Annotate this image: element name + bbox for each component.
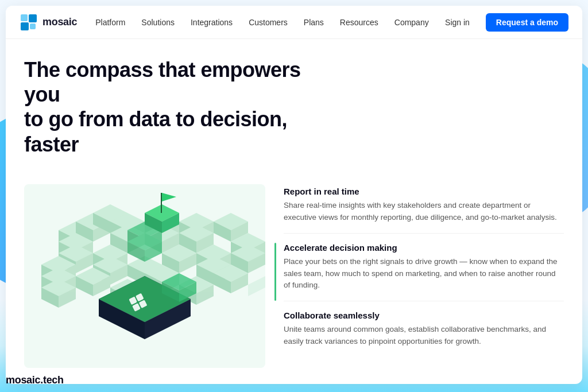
logo-text: mosaic bbox=[42, 16, 77, 28]
features-list: Report in real time Share real-time insi… bbox=[284, 184, 564, 368]
feature-collaborate-title: Collaborate seamlessly bbox=[284, 311, 564, 320]
hero-illustration bbox=[24, 184, 265, 368]
feature-report-title: Report in real time bbox=[284, 187, 564, 196]
svg-rect-2 bbox=[21, 22, 29, 30]
feature-report: Report in real time Share real-time insi… bbox=[284, 184, 564, 234]
feature-report-desc: Share real-time insights with key stakeh… bbox=[284, 200, 564, 224]
main-card: mosaic Platform Solutions Integrations C… bbox=[6, 6, 582, 384]
nav-solutions[interactable]: Solutions bbox=[141, 18, 175, 27]
feature-accelerate: Accelerate decision making Place your be… bbox=[284, 234, 564, 302]
content-area: Report in real time Share real-time insi… bbox=[6, 184, 582, 384]
hero-title: The compass that empowers you to go from… bbox=[24, 57, 323, 157]
svg-rect-3 bbox=[30, 24, 36, 29]
hero-section: The compass that empowers you to go from… bbox=[6, 39, 582, 184]
feature-accelerate-desc: Place your bets on the right signals to … bbox=[284, 256, 564, 292]
nav-plans[interactable]: Plans bbox=[304, 18, 324, 27]
nav-customers[interactable]: Customers bbox=[249, 18, 288, 27]
svg-rect-1 bbox=[29, 14, 37, 22]
maze-svg bbox=[24, 184, 265, 368]
nav-links: Platform Solutions Integrations Customer… bbox=[95, 18, 438, 27]
feature-collaborate-desc: Unite teams around common goals, establi… bbox=[284, 324, 564, 348]
navbar: mosaic Platform Solutions Integrations C… bbox=[6, 6, 582, 39]
logo[interactable]: mosaic bbox=[20, 13, 77, 32]
hero-title-line1: The compass that empowers you bbox=[24, 58, 301, 106]
svg-rect-99 bbox=[161, 193, 162, 213]
nav-right: Sign in Request a demo bbox=[438, 13, 568, 32]
logo-icon bbox=[20, 13, 38, 32]
sign-in-button[interactable]: Sign in bbox=[438, 14, 477, 30]
svg-rect-0 bbox=[21, 14, 28, 21]
bottom-url-bar: mosaic.tech bbox=[6, 374, 64, 386]
request-demo-button[interactable]: Request a demo bbox=[486, 13, 568, 32]
nav-integrations[interactable]: Integrations bbox=[191, 18, 233, 27]
nav-resources[interactable]: Resources bbox=[340, 18, 378, 27]
site-url-text: mosaic.tech bbox=[6, 374, 64, 386]
feature-accelerate-title: Accelerate decision making bbox=[284, 243, 564, 253]
feature-collaborate: Collaborate seamlessly Unite teams aroun… bbox=[284, 301, 564, 357]
nav-platform[interactable]: Platform bbox=[95, 18, 125, 27]
nav-company[interactable]: Company bbox=[394, 18, 429, 27]
hero-title-line2: to go from data to decision, faster bbox=[24, 107, 287, 156]
